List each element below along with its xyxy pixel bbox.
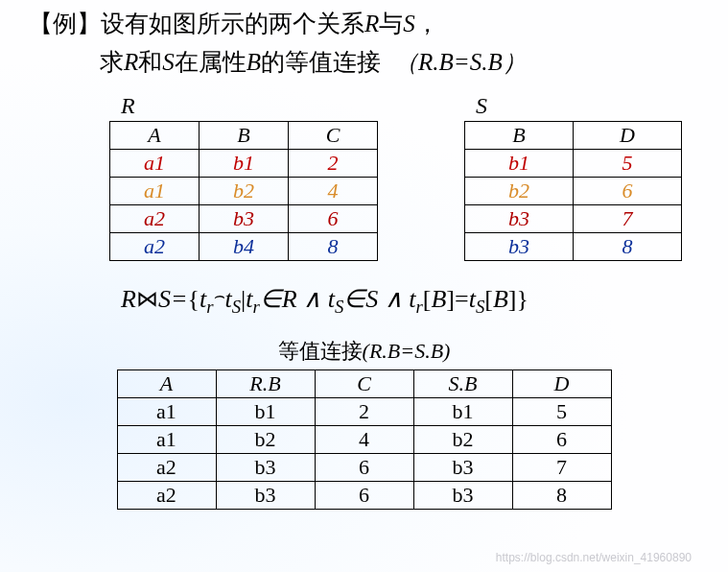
table-join-row: a1b12b15 [117,398,611,426]
table-R-title: R [121,93,378,119]
table-R-header-row: A B C [110,122,378,150]
join-formula: R⋈S={tr⌢tS|tr∈R ∧ tS∈S ∧ tr[B]=tS[B]} [121,284,699,318]
join-caption: 等值连接(R.B=S.B) [29,337,699,366]
table-S-row: b38 [465,233,682,261]
table-S-title: S [476,93,682,119]
table-R-row: a2b36 [110,205,378,233]
table-R-wrap: R A B C a1b12 a1b24 a2b36 a2b48 [109,93,378,261]
bowtie-icon: ⋈ [136,286,158,311]
example-line2: 求R和S在属性B的等值连接（R.B=S.B） [100,44,699,81]
table-R-row: a1b12 [110,150,378,178]
t2c: 在属性 [175,49,247,75]
table-join-row: a1b24b26 [117,426,611,454]
sym-R: R [364,11,379,36]
th-A: A [110,122,200,150]
example-line1: 【例】设有如图所示的两个关系R与S， [29,6,699,42]
text-and1: 与 [379,11,403,36]
table-S-header-row: B D [465,122,682,150]
table-S-row: b15 [465,150,682,178]
paren-cond: （R.B=S.B） [394,49,527,75]
sym-R2: R [124,49,138,75]
table-R-row: a1b24 [110,178,378,205]
table-R: A B C a1b12 a1b24 a2b36 a2b48 [109,121,378,261]
table-S-row: b26 [465,178,682,205]
table-S-wrap: S B D b15 b26 b37 b38 [464,93,682,261]
table-R-row: a2b48 [110,233,378,261]
table-join-header-row: A R.B C S.B D [117,370,611,398]
t2b: 和 [138,49,162,75]
table-S-row: b37 [465,205,682,233]
t2d: 的等值连接 [261,49,381,75]
sym-S2: S [162,49,175,75]
t2a: 求 [100,49,124,75]
example-prefix: 【例】 [29,11,101,36]
th-D: D [574,122,682,150]
table-S: B D b15 b26 b37 b38 [464,121,682,261]
text-1a: 设有如图所示的两个关系 [101,11,364,36]
th-B2: B [465,122,574,150]
sym-B: B [247,49,261,75]
table-join: A R.B C S.B D a1b12b15 a1b24b26 a2b36b37… [117,369,612,510]
comma: ， [415,11,439,36]
table-join-row: a2b36b38 [117,482,611,510]
sym-S: S [403,11,415,36]
watermark: https://blog.csdn.net/weixin_41960890 [496,551,692,564]
th-C: C [289,122,378,150]
table-join-row: a2b36b37 [117,454,611,482]
th-B: B [200,122,289,150]
